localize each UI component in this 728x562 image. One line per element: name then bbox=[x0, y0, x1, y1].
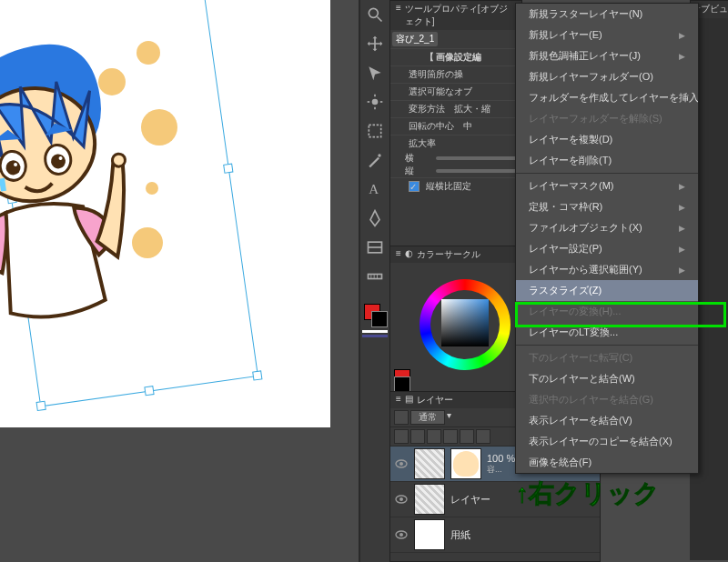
menu-item: レイヤーの変換(H)... bbox=[516, 301, 698, 322]
chevron-right-icon: ▶ bbox=[679, 31, 685, 40]
menu-icon[interactable]: ≡ bbox=[396, 394, 401, 406]
color-circle-panel: ≡ ◐ カラーサークル bbox=[389, 246, 522, 393]
svg-point-19 bbox=[378, 154, 380, 156]
menu-item[interactable]: レイヤーを削除(T) bbox=[516, 150, 698, 171]
zoom-icon[interactable] bbox=[366, 5, 384, 24]
menu-item-label: 新規レイヤー(E) bbox=[529, 28, 602, 42]
menu-item[interactable]: 定規・コマ枠(R)▶ bbox=[516, 196, 698, 217]
ratio-lock-checkbox[interactable]: ✓ bbox=[409, 181, 420, 192]
menu-item-label: レイヤー設定(P) bbox=[529, 242, 602, 256]
prop-row[interactable]: 透明箇所の操 bbox=[390, 65, 521, 83]
svg-point-32 bbox=[399, 533, 403, 537]
visibility-icon[interactable] bbox=[394, 492, 409, 507]
layer-context-menu: 新規ラスターレイヤー(N)新規レイヤー(E)▶新規色調補正レイヤー(J)▶新規レ… bbox=[515, 3, 699, 474]
layer-btn[interactable] bbox=[394, 429, 409, 444]
menu-icon[interactable]: ≡ bbox=[396, 3, 401, 28]
menu-separator bbox=[516, 173, 698, 174]
prop-row[interactable]: 回転の中心中 bbox=[390, 117, 521, 135]
menu-item-label: レイヤーを複製(D) bbox=[529, 133, 612, 146]
menu-item-label: 選択中のレイヤーを結合(G) bbox=[529, 393, 653, 406]
annotation-text: ↑右クリック bbox=[516, 477, 660, 511]
menu-item-label: レイヤーの変換(H)... bbox=[529, 305, 621, 318]
chevron-right-icon: ▶ bbox=[679, 182, 685, 191]
menu-item[interactable]: 新規色調補正レイヤー(J)▶ bbox=[516, 45, 698, 66]
menu-item-label: フォルダーを作成してレイヤーを挿入(F) bbox=[529, 91, 698, 105]
character-art bbox=[0, 32, 173, 368]
layer-thumb bbox=[414, 519, 445, 550]
layer-btn[interactable] bbox=[443, 429, 458, 444]
svg-point-10 bbox=[112, 153, 126, 167]
menu-item: 下のレイヤーに転写(C) bbox=[516, 347, 698, 368]
menu-item[interactable]: レイヤーから選択範囲(Y)▶ bbox=[516, 259, 698, 280]
menu-item[interactable]: 新規レイヤー(E)▶ bbox=[516, 25, 698, 45]
ruler-icon[interactable] bbox=[366, 267, 384, 286]
tool-property-panel: ≡ ツールプロパティ[オブジェクト] 容び_2_1 【 画像設定編 透明箇所の操… bbox=[389, 0, 522, 247]
menu-item[interactable]: ラスタライズ(Z) bbox=[516, 280, 698, 301]
menu-item[interactable]: レイヤーマスク(M)▶ bbox=[516, 176, 698, 196]
layer-btn[interactable] bbox=[476, 429, 490, 444]
sv-box[interactable] bbox=[441, 299, 489, 346]
pen-icon[interactable] bbox=[366, 209, 384, 227]
menu-item-label: レイヤーから選択範囲(Y) bbox=[529, 263, 642, 276]
menu-item-label: 表示レイヤーのコピーを結合(X) bbox=[529, 435, 672, 448]
ratio-lock-row[interactable]: ✓ 縦横比固定 bbox=[390, 177, 521, 195]
visibility-icon[interactable] bbox=[394, 527, 409, 542]
light-icon[interactable] bbox=[366, 93, 384, 111]
menu-item[interactable]: ファイルオブジェクト(X)▶ bbox=[516, 217, 698, 238]
menu-item[interactable]: 新規レイヤーフォルダー(O) bbox=[516, 66, 698, 87]
menu-item-label: 下のレイヤーに転写(C) bbox=[529, 351, 632, 365]
layers-icon: ▤ bbox=[405, 394, 413, 406]
layer-name: 100 % bbox=[487, 453, 515, 464]
layer-thumb bbox=[450, 448, 481, 479]
menu-item[interactable]: レイヤー設定(P)▶ bbox=[516, 238, 698, 259]
menu-item: 選択中のレイヤーを結合(G) bbox=[516, 389, 698, 410]
layer-thumb bbox=[414, 448, 445, 479]
text-icon[interactable]: A bbox=[366, 180, 384, 198]
mini-swatch[interactable] bbox=[394, 369, 418, 393]
wand-icon[interactable] bbox=[366, 151, 384, 169]
layer-name: レイヤー bbox=[450, 493, 490, 507]
visibility-icon[interactable] bbox=[394, 457, 409, 471]
menu-item[interactable]: レイヤーを複製(D) bbox=[516, 129, 698, 150]
layer-btn[interactable] bbox=[394, 410, 409, 425]
menu-icon[interactable]: ≡ bbox=[396, 248, 401, 261]
menu-item-label: レイヤーフォルダーを解除(S) bbox=[529, 112, 662, 125]
zoom-v-slider[interactable] bbox=[436, 169, 521, 173]
blend-mode-select[interactable]: 通常 bbox=[410, 410, 445, 425]
lasso-icon[interactable] bbox=[366, 122, 384, 140]
arrow-icon[interactable] bbox=[366, 64, 384, 82]
color-swatch[interactable] bbox=[362, 302, 388, 327]
menu-item[interactable]: 表示レイヤーを結合(V) bbox=[516, 410, 698, 431]
menu-item[interactable]: レイヤーのLT変換... bbox=[516, 322, 698, 343]
layer-btn[interactable] bbox=[460, 429, 474, 444]
frame-icon[interactable] bbox=[366, 238, 384, 256]
menu-item[interactable]: 下のレイヤーと結合(W) bbox=[516, 368, 698, 389]
chevron-right-icon: ▶ bbox=[679, 52, 685, 61]
prop-row[interactable]: 選択可能なオブ bbox=[390, 83, 521, 100]
svg-text:A: A bbox=[369, 182, 379, 196]
menu-item[interactable]: フォルダーを作成してレイヤーを挿入(F) bbox=[516, 87, 698, 108]
move-icon[interactable] bbox=[366, 35, 384, 53]
canvas-area[interactable] bbox=[0, 0, 330, 562]
menu-item[interactable]: 表示レイヤーのコピーを結合(X) bbox=[516, 431, 698, 452]
tool-property-tab[interactable]: 容び_2_1 bbox=[392, 32, 438, 46]
menu-item[interactable]: 新規ラスターレイヤー(N) bbox=[516, 4, 698, 25]
menu-item: レイヤーフォルダーを解除(S) bbox=[516, 108, 698, 129]
zoom-h-slider[interactable] bbox=[436, 156, 521, 160]
tool-property-header: ≡ ツールプロパティ[オブジェクト] bbox=[390, 1, 521, 30]
svg-point-11 bbox=[369, 8, 378, 17]
layer-name: 用紙 bbox=[450, 528, 470, 542]
svg-point-13 bbox=[372, 99, 379, 105]
canvas[interactable] bbox=[0, 0, 330, 427]
menu-item-label: 画像を統合(F) bbox=[529, 456, 592, 469]
prop-row[interactable]: 変形方法拡大・縮 bbox=[390, 100, 521, 117]
layer-row[interactable]: 用紙 bbox=[390, 517, 600, 553]
menu-item-label: 新規レイヤーフォルダー(O) bbox=[529, 70, 653, 84]
menu-item-label: レイヤーのLT変換... bbox=[529, 326, 618, 339]
layer-btn[interactable] bbox=[410, 429, 425, 444]
menu-item-label: 新規色調補正レイヤー(J) bbox=[529, 49, 641, 63]
layer-btn[interactable] bbox=[427, 429, 441, 444]
chevron-right-icon: ▶ bbox=[679, 224, 685, 233]
menu-item-label: レイヤーを削除(T) bbox=[529, 154, 612, 167]
menu-item[interactable]: 画像を統合(F) bbox=[516, 452, 698, 473]
